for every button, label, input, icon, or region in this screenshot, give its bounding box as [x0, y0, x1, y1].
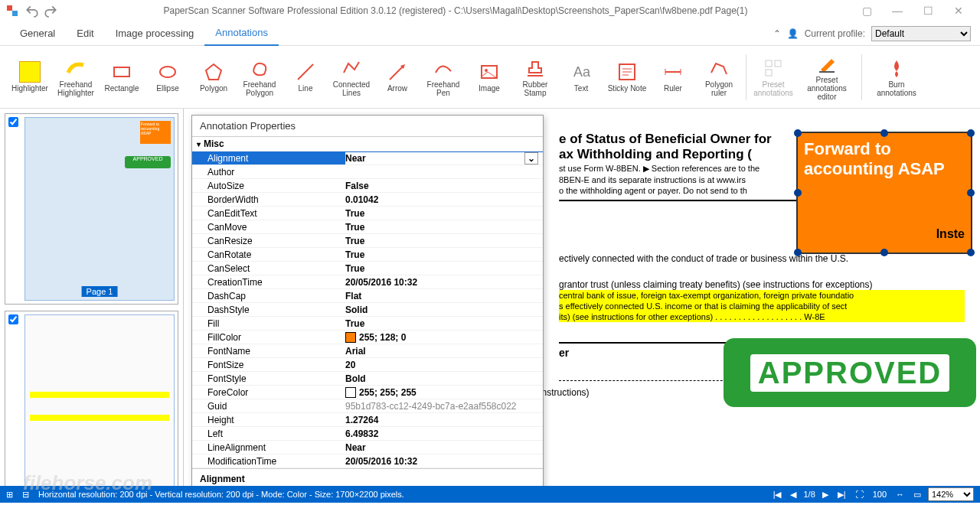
property-row[interactable]: CanEditTextTrue: [192, 207, 543, 220]
status-icon-2[interactable]: ⊟: [22, 490, 29, 500]
thumbnail-2[interactable]: [5, 311, 178, 486]
property-row[interactable]: AlignmentNear⌄: [192, 151, 543, 165]
doc-hl3: its) (see instructions for other excepti…: [559, 311, 965, 322]
thumbnail-1[interactable]: Forward to accounting ASAP APPROVED Page…: [5, 113, 178, 305]
tab-edit[interactable]: Edit: [66, 21, 104, 46]
titlebar: PaperScan Scanner Software Professional …: [0, 0, 980, 21]
zoom-page-icon[interactable]: ▭: [911, 490, 923, 500]
property-row[interactable]: FillColor255; 128; 0: [192, 331, 543, 344]
properties-title: Annotation Properties: [192, 116, 543, 137]
arrow-button[interactable]: Arrow: [375, 50, 420, 104]
property-row[interactable]: DashStyleSolid: [192, 303, 543, 317]
zoom-width-icon[interactable]: ↔: [893, 490, 906, 499]
property-row[interactable]: FontNameArial: [192, 344, 543, 358]
preset-editor-button[interactable]: Preset annotations editor: [797, 50, 857, 104]
nav-first-icon[interactable]: |◀: [771, 490, 784, 500]
property-row[interactable]: FontStyleBold: [192, 372, 543, 386]
image-button[interactable]: Image: [467, 50, 511, 104]
property-row[interactable]: CanResizeTrue: [192, 234, 543, 248]
property-row[interactable]: LineAlignmentNear: [192, 441, 543, 454]
redo-icon[interactable]: [44, 4, 57, 18]
status-icon-1[interactable]: ⊞: [6, 490, 13, 500]
freehand-polygon-button[interactable]: Freehand Polygon: [237, 50, 282, 104]
property-row[interactable]: AutoSizeFalse: [192, 179, 543, 193]
tab-annotations[interactable]: Annotations: [204, 21, 279, 46]
svg-line-5: [298, 64, 313, 80]
status-bar: ⊞ ⊟ Horizontal resolution: 200 dpi - Ver…: [0, 486, 980, 503]
profile-label: Current profile:: [805, 28, 865, 39]
tab-general[interactable]: General: [9, 21, 66, 46]
line-button[interactable]: Line: [283, 50, 328, 104]
freehand-highlighter-button[interactable]: Freehand Highlighter: [54, 50, 98, 104]
collapse-ribbon-icon[interactable]: ⌃: [773, 28, 781, 39]
property-row[interactable]: Height1.27264: [192, 413, 543, 427]
polygon-ruler-button[interactable]: Polygon ruler: [697, 50, 741, 104]
burn-annotations-button[interactable]: Burn annotations: [867, 50, 926, 104]
undo-icon[interactable]: [25, 4, 39, 18]
svg-line-6: [390, 66, 403, 80]
thumbnail-panel[interactable]: Forward to accounting ASAP APPROVED Page…: [0, 109, 184, 486]
prop-desc-body: Defines the horizontal alignment of the …: [200, 484, 535, 486]
doc-line1: ectively connected with the conduct of t…: [559, 253, 965, 264]
property-row[interactable]: ForeColor255; 255; 255: [192, 386, 543, 399]
zoom-fit-icon[interactable]: ⛶: [853, 490, 866, 499]
zoom-100-icon[interactable]: 100: [871, 490, 889, 499]
sticky-note-button[interactable]: Sticky Note: [605, 50, 649, 104]
property-row[interactable]: Guid95b1d783-cc12-4249-bc7a-e2aaf558c022: [192, 399, 543, 413]
svg-point-9: [485, 69, 488, 72]
minimize-button[interactable]: —: [882, 0, 913, 21]
sticky-note-text: Forward to accounting ASAP: [798, 133, 971, 186]
svg-rect-1: [12, 11, 18, 16]
thumbnail-1-checkbox[interactable]: [8, 117, 18, 127]
nav-next-icon[interactable]: ▶: [820, 490, 831, 500]
svg-point-3: [160, 67, 175, 77]
freehand-pen-button[interactable]: Freehand Pen: [421, 50, 466, 104]
property-row[interactable]: CanRotateTrue: [192, 248, 543, 262]
app-logo-icon: [6, 5, 18, 17]
connected-lines-button[interactable]: Connected Lines: [329, 50, 374, 104]
property-row[interactable]: CreationTime20/05/2016 10:32: [192, 275, 543, 289]
profile-select[interactable]: Default: [871, 26, 971, 41]
svg-text:Aa: Aa: [573, 64, 591, 80]
doc-instr: Inste: [936, 227, 965, 241]
property-row[interactable]: BorderWidth0.01042: [192, 193, 543, 207]
doc-hl2: s effectively connected U.S. income or t…: [559, 301, 965, 311]
annotation-properties-panel[interactable]: Annotation Properties Misc AlignmentNear…: [191, 115, 544, 486]
rectangle-button[interactable]: Rectangle: [100, 50, 144, 104]
tab-image-processing[interactable]: Image processing: [105, 21, 205, 46]
approved-stamp[interactable]: APPROVED: [724, 338, 976, 407]
svg-rect-19: [766, 60, 772, 67]
polygon-button[interactable]: Polygon: [191, 50, 236, 104]
menubar: General Edit Image processing Annotation…: [0, 21, 980, 46]
nav-prev-icon[interactable]: ◀: [788, 490, 799, 500]
property-row[interactable]: Author: [192, 165, 543, 179]
rubber-stamp-button[interactable]: Rubber Stamp: [513, 50, 557, 104]
property-row[interactable]: CanSelectTrue: [192, 262, 543, 275]
zoom-select[interactable]: 142%: [928, 487, 974, 501]
nav-last-icon[interactable]: ▶|: [835, 490, 848, 500]
property-row[interactable]: CanMoveTrue: [192, 220, 543, 234]
thumbnail-2-checkbox[interactable]: [8, 314, 18, 324]
property-row[interactable]: ModificationTime20/05/2016 10:32: [192, 454, 543, 468]
svg-marker-4: [206, 64, 221, 80]
window-title: PaperScan Scanner Software Professional …: [60, 5, 851, 16]
property-row[interactable]: FillTrue: [192, 317, 543, 331]
property-row[interactable]: FontSize20: [192, 358, 543, 372]
ellipse-button[interactable]: Ellipse: [145, 50, 190, 104]
property-category[interactable]: Misc: [192, 137, 543, 151]
svg-rect-22: [819, 71, 835, 73]
property-row[interactable]: DashCapFlat: [192, 289, 543, 303]
close-button[interactable]: ✕: [943, 0, 974, 21]
maximize-button[interactable]: ☐: [913, 0, 943, 21]
document-canvas[interactable]: e of Status of Beneficial Owner for ax W…: [184, 109, 980, 486]
highlighter-button[interactable]: Highlighter: [8, 50, 52, 104]
doc-hl1: central bank of issue, foreign tax-exemp…: [559, 290, 965, 301]
stamp-text: APPROVED: [750, 354, 950, 392]
user-icon: 👤: [787, 28, 799, 39]
svg-rect-2: [114, 67, 129, 77]
ruler-button[interactable]: Ruler: [651, 50, 695, 104]
property-grid[interactable]: Misc AlignmentNear⌄AuthorAutoSizeFalseBo…: [192, 137, 543, 468]
text-button[interactable]: AaText: [559, 50, 603, 104]
ribbon-toggle-icon[interactable]: ▢: [851, 0, 882, 21]
property-row[interactable]: Left6.49832: [192, 427, 543, 441]
